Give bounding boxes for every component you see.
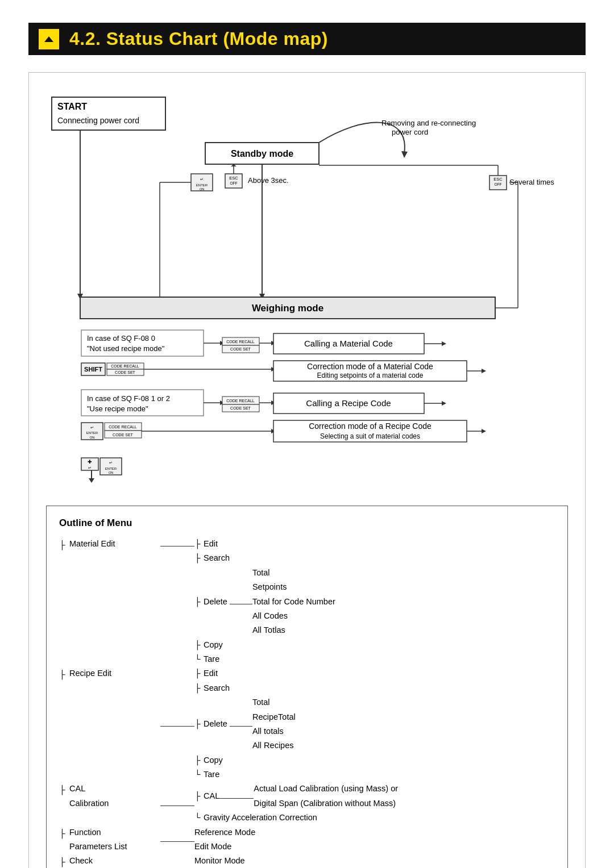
svg-text:Editing setpoints of a materia: Editing setpoints of a material code bbox=[317, 372, 424, 379]
svg-text:OFF: OFF bbox=[495, 182, 502, 186]
header-bar: 4.2. Status Chart (Mode map) bbox=[28, 23, 586, 55]
svg-text:Selecting a suit of material c: Selecting a suit of material codes bbox=[320, 432, 420, 440]
svg-text:CODE RECALL: CODE RECALL bbox=[109, 425, 137, 429]
svg-marker-104 bbox=[89, 478, 94, 483]
svg-marker-65 bbox=[482, 369, 486, 373]
svg-text:CODE SET: CODE SET bbox=[230, 347, 251, 351]
svg-text:↵: ↵ bbox=[88, 466, 92, 470]
svg-text:power cord: power cord bbox=[392, 128, 428, 136]
outline-section: Outline of Menu ├ Material Edit ├Edit ├S… bbox=[46, 506, 568, 868]
svg-text:↵: ↵ bbox=[90, 425, 94, 429]
svg-text:Correction mode of a Recipe Co: Correction mode of a Recipe Code bbox=[309, 422, 432, 431]
svg-marker-80 bbox=[442, 401, 446, 406]
menu-item-material-edit: Material Edit bbox=[69, 537, 160, 666]
outline-title: Outline of Menu bbox=[59, 518, 555, 529]
menu-cal: ├ CALCalibration ├ CAL Actual Load Calib… bbox=[59, 782, 555, 825]
flow-diagram: START Connecting power cord Standby mode… bbox=[46, 89, 603, 384]
svg-text:Calling a Recipe Code: Calling a Recipe Code bbox=[306, 398, 391, 408]
svg-text:ENTER: ENTER bbox=[105, 467, 117, 470]
menu-check: ├ Check Monitor Mode Test Mode bbox=[59, 854, 555, 868]
svg-text:CODE RECALL: CODE RECALL bbox=[226, 340, 255, 344]
svg-text:ON: ON bbox=[109, 471, 113, 474]
svg-text:Calling a Material Code: Calling a Material Code bbox=[304, 339, 393, 348]
svg-text:In case of SQ F-08 0: In case of SQ F-08 0 bbox=[87, 334, 155, 343]
svg-marker-9 bbox=[401, 151, 408, 158]
svg-text:Above 3sec.: Above 3sec. bbox=[248, 176, 289, 185]
menu-function: ├ FunctionParameters List Reference Mode… bbox=[59, 825, 555, 854]
svg-text:In case of SQ F-08 1 or 2: In case of SQ F-08 1 or 2 bbox=[87, 394, 170, 403]
svg-text:ON: ON bbox=[200, 187, 204, 191]
svg-text:ESC: ESC bbox=[229, 176, 238, 181]
page: 4.2. Status Chart (Mode map) START Conne… bbox=[0, 0, 614, 868]
svg-text:ON: ON bbox=[90, 436, 94, 439]
menu-recipe-edit: ├ Recipe Edit ├Edit ├Search ├Delete Tota… bbox=[59, 666, 555, 782]
svg-text:OFF: OFF bbox=[230, 181, 238, 185]
svg-marker-52 bbox=[442, 341, 446, 346]
header-icon bbox=[39, 29, 59, 49]
svg-text:CODE RECALL: CODE RECALL bbox=[226, 399, 255, 403]
menu-tree: ├ Material Edit ├Edit ├Search ├Delete To… bbox=[59, 537, 555, 868]
dash-1 bbox=[160, 537, 194, 666]
svg-text:CODE SET: CODE SET bbox=[230, 406, 251, 410]
svg-text:START: START bbox=[57, 102, 87, 111]
svg-text:↵: ↵ bbox=[109, 461, 113, 465]
flow-diagram-lower: In case of SQ F-08 1 or 2 "Use recipe mo… bbox=[46, 384, 603, 498]
svg-text:ESC: ESC bbox=[493, 177, 503, 182]
material-edit-subtree: ├Edit ├Search ├Delete Total Setpoints To… bbox=[194, 537, 335, 666]
menu-material-edit-children: ├Edit ├Search ├Delete Total Setpoints To… bbox=[194, 537, 555, 666]
svg-text:Connecting power cord: Connecting power cord bbox=[57, 116, 139, 125]
svg-text:CODE RECALL: CODE RECALL bbox=[111, 364, 139, 368]
svg-text:"Not used recipe mode": "Not used recipe mode" bbox=[87, 344, 165, 353]
svg-text:Correction mode of a Material : Correction mode of a Material Code bbox=[307, 362, 433, 371]
svg-text:CODE SET: CODE SET bbox=[115, 370, 136, 374]
cal-subtree: ├ CAL Actual Load Calibration (using Mas… bbox=[194, 782, 398, 825]
svg-text:SHIFT: SHIFT bbox=[84, 366, 102, 373]
svg-text:Weighing mode: Weighing mode bbox=[252, 303, 323, 314]
header-title: 4.2. Status Chart (Mode map) bbox=[69, 28, 328, 49]
recipe-edit-subtree: ├Edit ├Search ├Delete Total RecipeTotal … bbox=[194, 666, 296, 782]
svg-text:✚: ✚ bbox=[88, 459, 92, 465]
svg-text:↵: ↵ bbox=[200, 177, 204, 181]
svg-text:Removing and re-connecting: Removing and re-connecting bbox=[381, 119, 476, 127]
svg-text:"Use recipe mode": "Use recipe mode" bbox=[87, 404, 148, 413]
svg-marker-95 bbox=[482, 429, 486, 433]
tree-connector-1: ├ bbox=[59, 537, 69, 666]
svg-text:ENTER: ENTER bbox=[86, 431, 98, 435]
svg-text:CODE SET: CODE SET bbox=[113, 433, 134, 437]
menu-material-edit: ├ Material Edit ├Edit ├Search ├Delete To… bbox=[59, 537, 555, 666]
svg-text:Standby mode: Standby mode bbox=[231, 149, 293, 158]
diagram-area: START Connecting power cord Standby mode… bbox=[28, 72, 586, 868]
svg-text:ENTER: ENTER bbox=[196, 183, 208, 187]
